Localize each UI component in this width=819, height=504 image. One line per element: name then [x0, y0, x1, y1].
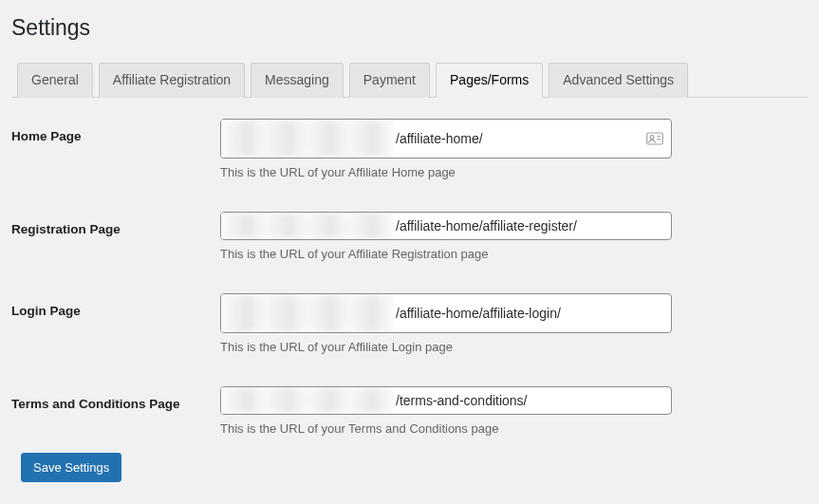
login-page-url-prefix: [221, 294, 394, 332]
label-terms-page: Terms and Conditions Page: [11, 386, 220, 411]
registration-page-url-input[interactable]: [394, 218, 671, 233]
label-home-page: Home Page: [11, 119, 220, 143]
label-login-page: Login Page: [11, 293, 220, 318]
terms-page-url-prefix: [221, 387, 394, 414]
tab-advanced-settings[interactable]: Advanced Settings: [549, 63, 688, 98]
tab-pages-forms[interactable]: Pages/Forms: [436, 63, 543, 98]
save-settings-button[interactable]: Save Settings: [21, 453, 121, 482]
pages-forms-panel: Home Page This is the URL of your Affili…: [11, 98, 808, 482]
hint-registration-page: This is the URL of your Affiliate Regist…: [220, 247, 676, 261]
tab-messaging[interactable]: Messaging: [251, 63, 344, 98]
registration-page-url-field[interactable]: [220, 212, 672, 240]
svg-point-1: [650, 136, 654, 140]
login-page-url-input[interactable]: [394, 306, 671, 321]
tab-general[interactable]: General: [17, 63, 93, 98]
tab-payment[interactable]: Payment: [349, 63, 430, 98]
settings-tabs: General Affiliate Registration Messaging…: [11, 62, 808, 98]
login-page-url-field[interactable]: [220, 293, 672, 333]
label-registration-page: Registration Page: [11, 212, 220, 236]
row-home-page: Home Page This is the URL of your Affili…: [11, 119, 808, 179]
page-title: Settings: [11, 15, 808, 41]
row-registration-page: Registration Page This is the URL of you…: [11, 212, 808, 261]
home-page-url-input[interactable]: [394, 131, 646, 146]
hint-login-page: This is the URL of your Affiliate Login …: [220, 340, 676, 354]
home-page-url-prefix: [221, 120, 394, 158]
autofill-contacts-icon: [646, 132, 663, 145]
hint-home-page: This is the URL of your Affiliate Home p…: [220, 165, 676, 179]
tab-affiliate-registration[interactable]: Affiliate Registration: [99, 63, 245, 98]
terms-page-url-input[interactable]: [394, 393, 671, 408]
row-terms-page: Terms and Conditions Page This is the UR…: [11, 386, 808, 436]
home-page-url-field[interactable]: [220, 119, 672, 159]
hint-terms-page: This is the URL of your Terms and Condit…: [220, 421, 676, 436]
row-login-page: Login Page This is the URL of your Affil…: [11, 293, 808, 354]
registration-page-url-prefix: [221, 213, 394, 239]
terms-page-url-field[interactable]: [220, 386, 672, 415]
